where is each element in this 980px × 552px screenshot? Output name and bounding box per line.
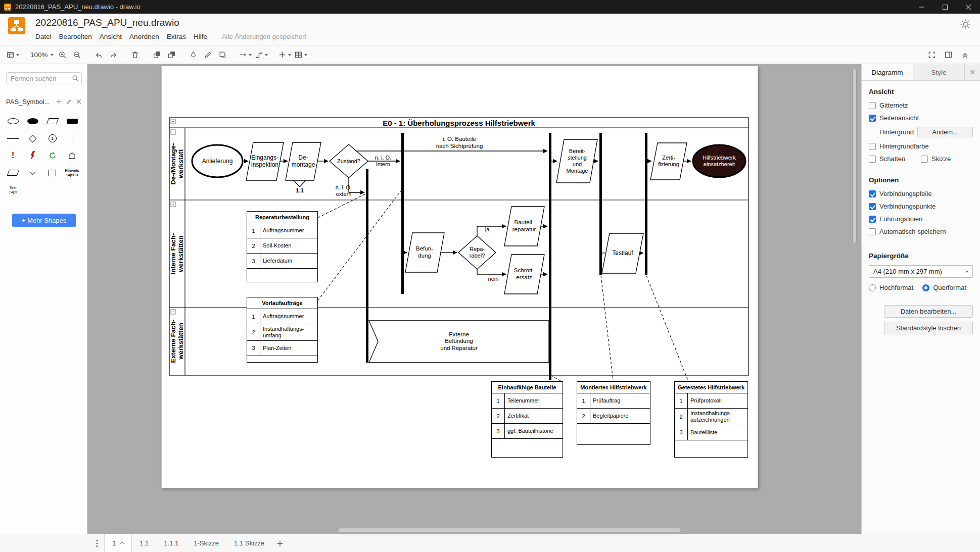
table-button[interactable]: [293, 48, 308, 62]
lane-label-demontagewerkstatt[interactable]: De-/Montage- werkstatt: [169, 128, 185, 200]
shape-filled-rect[interactable]: [67, 119, 78, 124]
format-panel-toggle-button[interactable]: [942, 48, 955, 62]
table-einbaufaehige-bauteile[interactable]: Einbaufähige Bauteile 1Teilenummer 2Zert…: [491, 381, 563, 458]
to-front-button[interactable]: [150, 48, 164, 62]
node-reparabel-label[interactable]: Repa- rabel?: [463, 245, 491, 260]
checkbox-schatten[interactable]: Schatten: [869, 155, 917, 163]
verbindungspunkte-checkbox[interactable]: [869, 203, 876, 210]
lane-label-externe-fachwerkstaetten[interactable]: Externe Fach- werkstätten: [169, 308, 185, 375]
shape-hinweis-label[interactable]: Hinweis 14px B: [65, 168, 79, 178]
autosave-checkbox[interactable]: [869, 228, 876, 235]
page-tab-1-1[interactable]: 1.1: [132, 534, 156, 552]
checkbox-row-gitternetz[interactable]: Gitternetz: [862, 99, 980, 112]
page-tab-1-1-1[interactable]: 1.1.1: [156, 534, 186, 552]
tab-style[interactable]: Style: [913, 64, 965, 80]
radio-querformat[interactable]: Querformat: [922, 284, 966, 291]
checkbox-row-fuehrungslinien[interactable]: Führungslinien: [862, 213, 980, 225]
shape-exclamation[interactable]: !: [12, 150, 15, 161]
shape-search-input[interactable]: [6, 72, 82, 84]
page-tab-1[interactable]: 1: [104, 534, 132, 552]
page-tab-1-skizze[interactable]: 1-Skizze: [186, 534, 226, 552]
zoom-in-button[interactable]: [56, 48, 69, 62]
fullscreen-button[interactable]: [925, 48, 939, 62]
node-befundung-label[interactable]: Befun- dung: [408, 245, 441, 260]
horizontal-scrollbar[interactable]: [338, 528, 681, 532]
checkbox-skizze[interactable]: Skizze: [921, 155, 969, 163]
table-montiertes-hilfstriebwerk[interactable]: Montiertes Hilfstriebwerk 1Prüfauftrag 2…: [577, 381, 650, 445]
shapes-section-header[interactable]: PAS_Symbol...: [0, 95, 87, 108]
insert-button[interactable]: [277, 48, 292, 62]
shape-filled-oval[interactable]: [27, 118, 38, 124]
gitternetz-checkbox[interactable]: [869, 102, 876, 109]
add-palette-icon[interactable]: [56, 99, 62, 105]
delete-button[interactable]: [128, 48, 142, 62]
checkbox-row-verbindungspunkte[interactable]: Verbindungspunkte: [862, 200, 980, 213]
shape-pentagon-icon[interactable]: [68, 152, 76, 160]
edge-label-nein[interactable]: nein: [486, 276, 501, 282]
undo-button[interactable]: [92, 48, 106, 62]
menu-ansicht[interactable]: Ansicht: [100, 33, 122, 40]
canvas[interactable]: E0 - 1: Überholungsprozess Hilfstriebwer…: [87, 64, 861, 534]
querformat-radio[interactable]: [922, 284, 929, 291]
zoom-level-dropdown[interactable]: 100%: [28, 48, 55, 62]
theme-toggle-icon[interactable]: [960, 19, 972, 31]
edge-label-nio-intern[interactable]: n. i. O. intern: [369, 154, 397, 169]
table-reparaturbestellung[interactable]: Reparaturbestellung 1Auftragsnummer 2Sol…: [247, 211, 318, 282]
shape-oval[interactable]: [8, 118, 19, 124]
clear-default-style-button[interactable]: Standardstyle löschen: [884, 322, 973, 334]
redo-button[interactable]: [107, 48, 120, 62]
table-vorlaufauftraege[interactable]: Vorlaufaufträge 1Auftragsnummer 2Instand…: [247, 297, 318, 363]
close-palette-icon[interactable]: [76, 99, 81, 104]
node-schrottersatz-label[interactable]: Schrott- ersatz: [507, 267, 541, 282]
shape-rectangle[interactable]: [49, 170, 56, 176]
skizze-checkbox[interactable]: [921, 156, 928, 163]
node-eingangsinspektion-label[interactable]: Eingangs- inspektion: [246, 154, 284, 169]
node-zertifizierung-label[interactable]: Zerti- fizierung: [652, 154, 685, 169]
zoom-out-button[interactable]: [70, 48, 84, 62]
waypoint-style-button[interactable]: [254, 48, 269, 62]
close-button[interactable]: [957, 0, 980, 14]
node-hilfstriebwerk-label[interactable]: Hilfstriebwerk einsatzbereit: [695, 154, 743, 169]
node-bereitstellung-label[interactable]: Bereit- stellung und Montage: [561, 147, 594, 175]
shape-vertical-line[interactable]: [72, 133, 72, 143]
node-anlieferung-label[interactable]: Anlieferung: [193, 153, 242, 169]
edit-palette-icon[interactable]: [66, 99, 72, 105]
node-bauteilreparatur-label[interactable]: Bauteil- reparatur: [507, 219, 541, 234]
tab-diagramm[interactable]: Diagramm: [862, 64, 913, 80]
drawing-page[interactable]: E0 - 1: Überholungsprozess Hilfstriebwer…: [161, 66, 758, 488]
shape-refresh-icon[interactable]: [49, 152, 57, 160]
aendern-button[interactable]: Ändern...: [917, 127, 973, 137]
menu-hilfe[interactable]: Hilfe: [194, 33, 207, 40]
shape-text-label[interactable]: Text 14px: [9, 185, 17, 195]
maximize-button[interactable]: [934, 0, 957, 14]
edge-label-nio-extern[interactable]: n. i. O. extern: [330, 183, 358, 198]
shape-diamond[interactable]: [29, 134, 37, 142]
collapse-toolbar-button[interactable]: [958, 48, 972, 62]
hintergrundfarbe-checkbox[interactable]: [869, 143, 876, 150]
lane-label-interne-fachwerkstaetten[interactable]: Interne Fach- werkstätten: [169, 200, 185, 308]
decomposition-ref-label[interactable]: 1.1: [293, 187, 307, 194]
shadow-button[interactable]: [216, 48, 229, 62]
menu-bearbeiten[interactable]: Bearbeiten: [59, 33, 92, 40]
shape-numbered-circle[interactable]: 1: [49, 134, 57, 142]
menu-datei[interactable]: Datei: [35, 33, 52, 40]
node-demontage-label[interactable]: De- montage: [284, 154, 322, 169]
connection-style-button[interactable]: [238, 48, 253, 62]
close-format-panel-icon[interactable]: [965, 64, 980, 80]
checkbox-row-verbindungspfeile[interactable]: Verbindungspfeile: [862, 187, 980, 200]
checkbox-row-autosave[interactable]: Automatisch speichern: [862, 225, 980, 238]
menu-anordnen[interactable]: Anordnen: [129, 33, 159, 40]
decomposition-marker[interactable]: [294, 180, 306, 187]
paper-size-select[interactable]: A4 (210 mm x 297 mm): [869, 265, 973, 278]
checkbox-row-hintergrundfarbe[interactable]: Hintergrundfarbe: [862, 140, 980, 153]
line-color-button[interactable]: [201, 48, 215, 62]
seitenansicht-checkbox[interactable]: [869, 115, 876, 122]
add-page-button[interactable]: [272, 534, 288, 552]
edge-label-ja[interactable]: ja: [482, 226, 493, 233]
view-button[interactable]: [5, 48, 20, 62]
shape-horizontal-line[interactable]: [7, 138, 19, 139]
shape-chevron-down[interactable]: [29, 169, 36, 175]
more-shapes-button[interactable]: + Mehr Shapes: [12, 214, 76, 227]
minimize-button[interactable]: [910, 0, 934, 14]
node-externe-befundung-label[interactable]: Externe Befundung und Reparatur: [424, 330, 494, 353]
